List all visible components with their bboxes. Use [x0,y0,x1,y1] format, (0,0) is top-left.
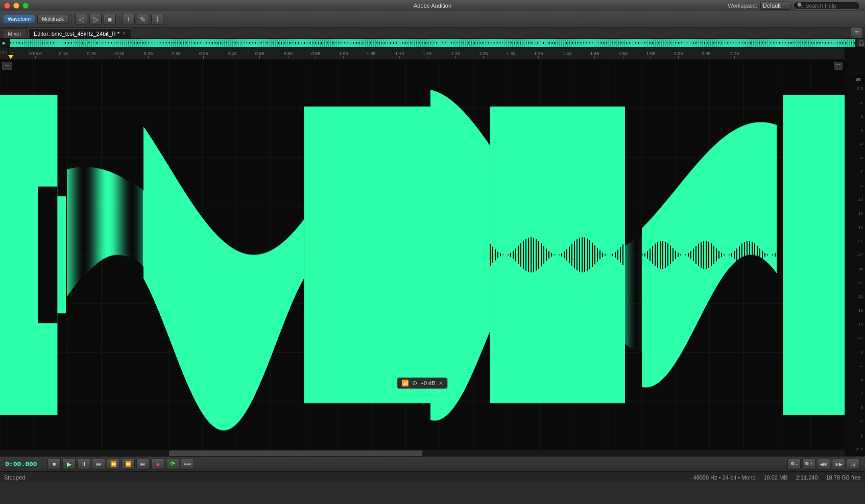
fullscreen-icon: ⛶ [836,64,840,68]
ruler-tick-line [176,56,176,59]
db-scale-label: -1 [859,96,863,110]
ruler-label: 0:40 [228,51,237,56]
stop-btn[interactable]: ■ [47,459,61,470]
scrollbar-thumb[interactable] [169,450,422,456]
toolbar-separator-1 [71,14,72,24]
db-header-label: dB [856,77,863,82]
overview-canvas [10,39,855,47]
overview-waveform[interactable] [10,39,855,47]
db-scale-label: -12 [857,193,863,207]
volume-value: +0 dB [420,380,435,386]
tab-editor-label: Editor: bmc_test_48kHz_24bit_R * [34,31,119,37]
tab-editor[interactable]: Editor: bmc_test_48kHz_24bit_R * × [28,28,131,38]
toolbar-icon-3[interactable]: ■ [104,14,116,25]
ruler-label: 1:05 [367,51,376,56]
go-start-btn[interactable]: ⏮ [92,459,105,470]
db-scale-label: -1 [859,429,863,442]
db-scale-label: -0.5 [856,442,863,456]
ruler-label: 1:30 [507,51,516,56]
current-timecode: 0:00.000 [5,460,41,468]
ruler-tick-line [35,56,36,59]
waveform-top-right-icon[interactable]: ⛶ [834,62,843,70]
maximize-button[interactable] [22,3,29,9]
db-scale-label: -9 [859,345,863,359]
fast-forward-btn[interactable]: ⏩ [122,459,135,470]
ruler-label: 1:00 [339,51,348,56]
ruler-tick-line [343,56,344,59]
ruler-tick-line [651,56,651,59]
ruler-label: 0:10 [59,51,68,56]
zoom-full-btn[interactable]: ⊡ [847,459,860,470]
ruler-tick-line [734,56,735,59]
multitrack-btn[interactable]: Multitrack [37,15,68,23]
tab-mixer[interactable]: Mixer [2,28,27,38]
tab-editor-close[interactable]: × [123,31,126,36]
toolbar-icon-cursor[interactable]: I [123,14,135,25]
disk-space-1: 18.02 MB [764,474,788,481]
ruler-tick-line [399,56,400,59]
db-scale-label: -9 [859,179,863,193]
db-scale: dB-0.5-1-2-3-4-5-7-9-12-15-18-21-27-∞-27… [845,74,865,456]
status-right: 48000 Hz • 24-bit • Mono 18.02 MB 2:11.2… [693,474,861,481]
zoom-fit-left-btn[interactable]: ◀⊕ [817,459,830,470]
loop-btn[interactable]: ⟳ [166,459,179,470]
tabs-right: ≡ [851,27,863,38]
db-scale-label: -3 [859,400,863,414]
toolbar-icon-lasso[interactable]: ⌇ [151,14,163,25]
go-end-btn[interactable]: ⏭ [136,459,150,470]
ruler-label: 1:35 [534,51,543,56]
ruler-tick-line [259,56,260,59]
playhead [8,55,13,59]
zoom-out-btn[interactable]: 🔍- [787,459,801,470]
search-help-box[interactable]: 🔍 [794,2,860,10]
volume-tooltip: 📶 ⊙ +0 dB ✕ [397,377,447,389]
waveform-canvas [0,60,845,450]
db-scale-label: -12 [857,331,863,345]
window-controls [4,3,29,9]
db-scale-label: -18 [857,304,863,317]
toolbar-icon-pencil[interactable]: ✎ [137,14,149,25]
toolbar-icon-1[interactable]: ◁ [75,14,87,25]
db-scale-label: -21 [857,290,863,304]
record-btn[interactable]: ● [151,459,164,470]
pause-btn[interactable]: ⏸ [77,459,90,470]
workspace-select[interactable]: Default [760,2,790,10]
ruler-label: 0:50 [284,51,293,56]
ruler-tick-line [483,56,484,59]
tabs-scroll-left[interactable]: ≡ [851,27,863,38]
ruler-tick-line [706,56,706,59]
ruler-label: 1:20 [451,51,461,56]
zoom-fit-right-btn[interactable]: ⊕▶ [832,459,845,470]
volume-circle-icon: ⊙ [412,380,417,387]
overview-scroll-icon[interactable]: 🎧 [857,39,865,47]
ruler-label: 0:25 [144,51,153,56]
minimize-button[interactable] [13,3,19,9]
ruler-label: 0:15 [87,51,96,56]
close-button[interactable] [4,3,10,9]
waveform-display[interactable]: 〜 ⛶ 📶 ⊙ +0 dB ✕ [0,60,845,450]
workspace-area: Workspace: Default 🔍 [728,2,860,10]
toolbar-icon-2[interactable]: ▷ [89,14,102,25]
horizontal-scrollbar[interactable] [0,450,845,456]
titlebar: Adobe Audition Workspace: Default 🔍 [0,0,865,11]
tab-mixer-label: Mixer [8,31,21,37]
search-help-input[interactable] [805,3,856,9]
zoom-in-btn[interactable]: 🔍+ [802,459,815,470]
db-scale-label: -∞ [859,262,863,276]
play-btn[interactable]: ▶ [62,459,76,470]
extra-btn[interactable]: ⟺ [181,459,194,470]
ruler-tick-line [232,56,232,59]
headphone-icon: 🎧 [858,40,864,46]
waveform-top-left-icon[interactable]: 〜 [2,62,12,70]
waveform-btn[interactable]: Waveform [3,15,35,23]
db-scale-label: -4 [859,137,863,151]
timeline-ruler: rms 0:05.00:100:150:200:250:300:350:400:… [0,47,845,60]
ruler-label: 1:15 [423,51,432,56]
db-scale-label: -15 [857,317,863,331]
duration-info: 2:11.240 [796,474,818,481]
volume-close-btn[interactable]: ✕ [439,380,443,387]
rewind-btn[interactable]: ⏪ [107,459,120,470]
ruler-tick-line [91,56,91,59]
ruler-label: 0:45 [255,51,265,56]
wave-icon: 〜 [5,63,9,69]
